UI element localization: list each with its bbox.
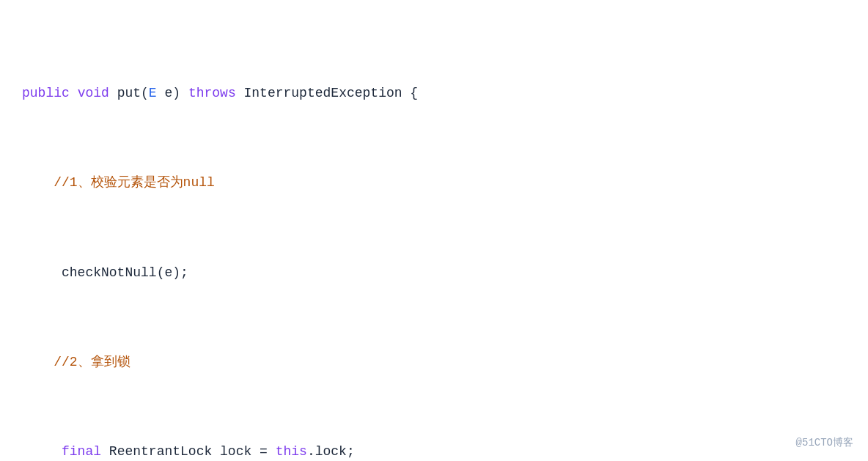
comment-1: //1、校验元素是否为null (22, 175, 215, 190)
keyword-this: this (276, 444, 307, 459)
keyword-void: void (78, 86, 109, 100)
keyword-throws: throws (188, 86, 236, 100)
code-content: public void put(E e) throws InterruptedE… (22, 15, 846, 461)
code-line-2: //1、校验元素是否为null (22, 172, 846, 194)
code-viewer: public void put(E e) throws InterruptedE… (0, 0, 868, 461)
brand-watermark: @51CTO博客 (796, 436, 853, 449)
keyword-final: final (62, 444, 101, 459)
keyword-public: public (22, 86, 70, 100)
comment-2: //2、拿到锁 (22, 355, 130, 369)
code-line-5: final ReentrantLock lock = this.lock; (22, 440, 846, 461)
code-line-4: //2、拿到锁 (22, 351, 846, 374)
type-e: E (149, 86, 157, 100)
code-line-1: public void put(E e) throws InterruptedE… (22, 82, 846, 105)
code-line-3: checkNotNull(e); (22, 262, 846, 284)
